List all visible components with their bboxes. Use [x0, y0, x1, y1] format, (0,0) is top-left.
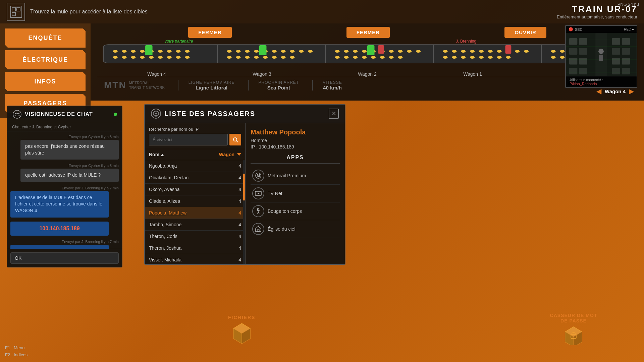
fermer-button-1[interactable]: FERMER — [188, 27, 231, 38]
chat-input-area — [7, 249, 122, 267]
train-diagram-area: FERMER FERMER OUVRIR Votre partenaire J.… — [91, 23, 644, 101]
app-name-metrorail: Metrorail Premium — [268, 173, 306, 178]
search-button[interactable] — [229, 134, 241, 145]
fichiers-icon — [230, 322, 254, 345]
list-item-selected[interactable]: Popoola, Matthew 4 — [145, 207, 245, 219]
search-label: Recherche par nom ou IP — [149, 127, 241, 132]
svg-point-56 — [407, 50, 412, 53]
svg-point-36 — [290, 50, 294, 53]
list-item[interactable]: Visser, Michaila 4 — [145, 254, 245, 264]
svg-point-131 — [16, 113, 18, 114]
passenger-detail: Matthew Popoola Homme IP : 100.140.185.1… — [246, 123, 345, 264]
list-item[interactable]: Theron, Coris 4 — [145, 231, 245, 242]
svg-point-22 — [140, 56, 145, 59]
infos-button[interactable]: INFOS — [5, 72, 86, 91]
mtn-bar: MTN METRORAIL TRANSIT NETWORK LIGNE FERR… — [97, 77, 637, 93]
metrorail-icon: M — [252, 170, 264, 182]
svg-text:M: M — [257, 174, 260, 178]
bouge-icon — [252, 205, 264, 217]
svg-rect-2 — [17, 8, 20, 11]
wagon-2-label: Wagon 2 — [315, 71, 420, 77]
modal-close-button[interactable]: ✕ — [329, 109, 339, 119]
svg-point-57 — [416, 50, 421, 53]
wagon-4-label: Wagon 4 — [104, 71, 209, 77]
svg-point-11 — [122, 50, 126, 53]
header-logo — [7, 3, 25, 21]
chat-title: VISIONNEUSE DE CHAT — [25, 111, 111, 117]
ouvrir-button[interactable]: OUVRIR — [504, 27, 546, 38]
svg-point-39 — [227, 56, 231, 59]
header-hint: Trouvez la mule pour accéder à la liste … — [30, 9, 557, 15]
wagon-1-label: Wagon 1 — [420, 71, 525, 77]
chat-message-ip: 100.140.185.189 — [10, 222, 119, 236]
casseur-button[interactable]: CASSEUR DE MOT DE PASSE — [547, 313, 600, 345]
svg-point-40 — [236, 56, 240, 59]
search-input[interactable] — [149, 134, 228, 145]
modal-icon — [151, 109, 161, 119]
chat-message-1: Envoyé par Cypher il y a 8 min pas encor… — [10, 135, 119, 160]
search-row — [149, 134, 241, 145]
wagon-next-button[interactable]: ▶ — [629, 87, 634, 95]
chat-input[interactable] — [10, 252, 119, 264]
arret-block: PROCHAIN ARRÊT Sea Point — [248, 80, 299, 90]
chat-messages: Envoyé par Cypher il y a 8 min pas encor… — [7, 131, 122, 249]
list-item[interactable]: Oladele, Alizea 4 — [145, 195, 245, 207]
svg-rect-66 — [378, 45, 384, 54]
svg-point-31 — [245, 50, 250, 53]
app-item-bouge[interactable]: Bouge ton corps — [251, 202, 340, 220]
train-visual: Votre partenaire J. Brenning — [97, 40, 637, 70]
app-item-tvnet[interactable]: TV Net — [251, 185, 340, 202]
passenger-modal: LISTE DES PASSAGERS ✕ Recherche par nom … — [144, 104, 345, 265]
fichiers-button[interactable]: FICHIERS — [228, 315, 255, 345]
modal-body: Recherche par nom ou IP Nom — [145, 123, 345, 264]
wagon-nav-label: Wagon 4 — [605, 88, 626, 94]
mtn-logo: MTN METRORAIL TRANSIT NETWORK — [104, 80, 165, 90]
svg-point-132 — [18, 113, 19, 114]
wagon-nav: ◀ Wagon 4 ▶ — [596, 87, 634, 95]
list-item[interactable]: Theron, Joshua 4 — [145, 242, 245, 254]
list-search: Recherche par nom ou IP — [145, 123, 245, 149]
svg-point-17 — [176, 50, 180, 53]
svg-point-72 — [479, 50, 484, 53]
fermer-button-2[interactable]: FERMER — [346, 27, 390, 38]
list-item[interactable]: Ngcobo, Anja 4 — [145, 160, 245, 172]
svg-point-41 — [245, 56, 250, 59]
svg-line-136 — [236, 141, 238, 142]
svg-point-35 — [281, 50, 285, 53]
list-item[interactable]: Okoro, Ayesha 4 — [145, 184, 245, 195]
svg-point-20 — [122, 56, 126, 59]
svg-point-12 — [131, 50, 136, 53]
svg-point-79 — [452, 56, 457, 59]
mtn-fullname: METRORAIL TRANSIT NETWORK — [129, 80, 165, 90]
list-item[interactable]: Tambo, Simone 4 — [145, 219, 245, 231]
app-item-metrorail[interactable]: M Metrorail Premium — [251, 167, 340, 185]
svg-marker-140 — [258, 193, 260, 194]
svg-point-69 — [452, 50, 457, 53]
svg-point-42 — [254, 56, 259, 59]
svg-point-77 — [524, 50, 529, 53]
electrique-button[interactable]: ÉLECTRIQUE — [5, 50, 86, 69]
app-item-eglise[interactable]: Église du ciel — [251, 220, 340, 238]
svg-point-46 — [290, 56, 294, 59]
svg-point-62 — [371, 56, 376, 59]
list-header: Nom Wagon — [145, 149, 245, 160]
svg-point-55 — [398, 50, 402, 53]
svg-point-50 — [353, 50, 358, 53]
chat-viewer: VISIONNEUSE DE CHAT Chat entre J. Brenni… — [7, 106, 122, 267]
svg-point-13 — [140, 50, 145, 53]
chat-message-3: Envoyé par J. Brenning il y a 7 min L'ad… — [10, 186, 119, 218]
enquete-button[interactable]: ENQUÊTE — [5, 28, 86, 48]
svg-point-51 — [362, 50, 367, 53]
svg-point-45 — [281, 56, 285, 59]
vitesse-block: VITESSE 40 km/h — [312, 80, 342, 90]
shortcut-f1: F1 : Menu — [5, 345, 28, 352]
svg-point-84 — [497, 56, 501, 59]
svg-point-61 — [362, 56, 367, 59]
svg-rect-145 — [257, 230, 259, 232]
wagon-prev-button[interactable]: ◀ — [596, 87, 601, 95]
svg-point-44 — [272, 56, 277, 59]
svg-point-68 — [443, 50, 447, 53]
list-item[interactable]: Obiakolam, Declan 4 — [145, 172, 245, 184]
svg-point-16 — [167, 50, 172, 53]
sort-up-icon — [161, 154, 164, 156]
